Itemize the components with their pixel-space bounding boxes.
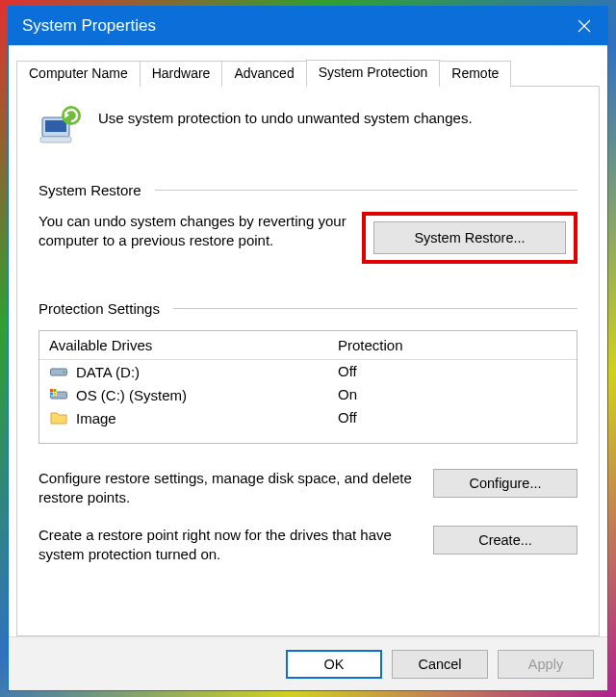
create-text: Create a restore point right now for the… bbox=[38, 526, 414, 565]
drives-table: Available Drives Protection DATA (D:) Of… bbox=[38, 330, 578, 444]
svg-rect-11 bbox=[50, 389, 53, 392]
cancel-button[interactable]: Cancel bbox=[392, 650, 488, 679]
tab-remote[interactable]: Remote bbox=[439, 61, 511, 87]
window-title: System Properties bbox=[22, 16, 156, 36]
create-row: Create a restore point right now for the… bbox=[38, 526, 578, 565]
apply-button[interactable]: Apply bbox=[498, 650, 594, 679]
drive-name: DATA (D:) bbox=[76, 364, 140, 380]
hdd-icon bbox=[49, 363, 68, 380]
column-header-drive: Available Drives bbox=[49, 337, 338, 353]
highlight-box: System Restore... bbox=[362, 212, 578, 264]
drive-protection: Off bbox=[338, 409, 567, 426]
tab-strip: Computer Name Hardware Advanced System P… bbox=[16, 57, 600, 86]
intro-block: Use system protection to undo unwanted s… bbox=[38, 104, 578, 153]
divider bbox=[173, 308, 578, 309]
dialog-body: Computer Name Hardware Advanced System P… bbox=[9, 45, 607, 636]
tab-hardware[interactable]: Hardware bbox=[140, 61, 223, 87]
os-drive-icon bbox=[49, 386, 68, 403]
dialog-footer: OK Cancel Apply bbox=[9, 636, 607, 690]
system-restore-row: You can undo system changes by reverting… bbox=[38, 212, 578, 264]
drive-protection: On bbox=[338, 386, 567, 403]
section-title: Protection Settings bbox=[38, 300, 160, 317]
svg-rect-4 bbox=[40, 137, 71, 142]
svg-rect-13 bbox=[50, 393, 53, 396]
tab-system-protection[interactable]: System Protection bbox=[306, 60, 441, 87]
system-restore-text: You can undo system changes by reverting… bbox=[38, 212, 346, 251]
system-protection-icon bbox=[38, 104, 81, 153]
system-restore-button[interactable]: System Restore... bbox=[373, 221, 566, 254]
configure-row: Configure restore settings, manage disk … bbox=[38, 469, 578, 508]
section-system-restore: System Restore bbox=[38, 182, 578, 198]
tab-advanced[interactable]: Advanced bbox=[221, 61, 306, 87]
table-row[interactable]: Image Off bbox=[39, 406, 577, 429]
column-header-protection: Protection bbox=[338, 337, 567, 353]
section-title: System Restore bbox=[38, 182, 141, 198]
svg-rect-3 bbox=[45, 120, 66, 132]
close-icon bbox=[578, 19, 591, 33]
system-properties-window: System Properties Computer Name Hardware… bbox=[8, 6, 608, 691]
folder-icon bbox=[49, 409, 68, 426]
configure-button[interactable]: Configure... bbox=[433, 469, 578, 498]
tab-content: Use system protection to undo unwanted s… bbox=[16, 86, 600, 636]
configure-text: Configure restore settings, manage disk … bbox=[38, 469, 414, 508]
titlebar[interactable]: System Properties bbox=[9, 7, 607, 45]
intro-text: Use system protection to undo unwanted s… bbox=[98, 104, 473, 126]
divider bbox=[155, 190, 578, 191]
table-row[interactable]: OS (C:) (System) On bbox=[39, 383, 577, 406]
svg-rect-12 bbox=[54, 389, 57, 392]
tab-computer-name[interactable]: Computer Name bbox=[16, 61, 141, 87]
section-protection-settings: Protection Settings bbox=[38, 300, 578, 317]
close-button[interactable] bbox=[561, 7, 607, 45]
create-button[interactable]: Create... bbox=[433, 526, 578, 555]
svg-point-8 bbox=[64, 372, 65, 374]
ok-button[interactable]: OK bbox=[286, 650, 382, 679]
drive-name: Image bbox=[76, 410, 116, 426]
table-row[interactable]: DATA (D:) Off bbox=[39, 360, 577, 383]
svg-rect-14 bbox=[54, 393, 57, 396]
drive-name: OS (C:) (System) bbox=[76, 387, 187, 403]
table-header: Available Drives Protection bbox=[39, 331, 577, 360]
drive-protection: Off bbox=[338, 363, 567, 380]
